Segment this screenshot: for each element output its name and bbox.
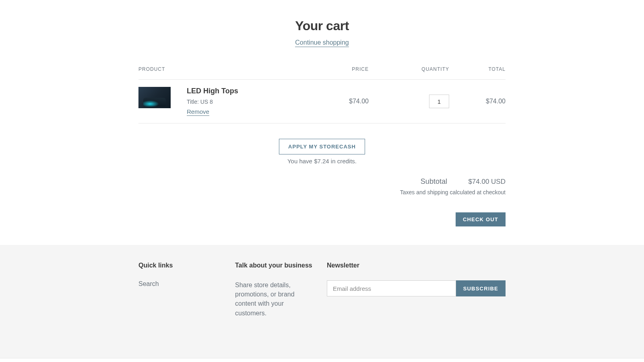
quick-links-heading: Quick links: [138, 262, 235, 269]
item-total: $74.00: [449, 80, 506, 123]
remove-link[interactable]: Remove: [187, 108, 209, 116]
checkout-button[interactable]: CHECK OUT: [456, 212, 506, 226]
business-heading: Talk about your business: [235, 262, 327, 269]
search-link[interactable]: Search: [138, 280, 159, 287]
column-total: TOTAL: [449, 66, 506, 80]
tax-shipping-note: Taxes and shipping calculated at checkou…: [138, 189, 506, 195]
newsletter-heading: Newsletter: [327, 262, 506, 269]
product-image[interactable]: [138, 87, 171, 108]
product-variant: Title: US 8: [187, 99, 238, 105]
quantity-input[interactable]: [429, 95, 449, 108]
page-title: Your cart: [138, 19, 506, 33]
email-input[interactable]: [327, 280, 456, 296]
subscribe-button[interactable]: SUBSCRIBE: [456, 280, 506, 296]
subtotal-value: $74.00 USD: [468, 178, 506, 185]
business-text: Share store details, promotions, or bran…: [235, 280, 316, 318]
column-quantity: QUANTITY: [369, 66, 449, 80]
apply-storecash-button[interactable]: APPLY MY STORECASH: [279, 139, 365, 154]
column-price: PRICE: [312, 66, 369, 80]
subtotal-label: Subtotal: [421, 177, 447, 185]
storecash-credit-note: You have $7.24 in credits.: [138, 158, 506, 165]
cart-table: PRODUCT PRICE QUANTITY TOTAL LED High To…: [138, 66, 506, 123]
column-product: PRODUCT: [138, 66, 312, 80]
item-price: $74.00: [312, 80, 369, 123]
cart-row: LED High Tops Title: US 8 Remove $74.00 …: [138, 80, 506, 123]
continue-shopping-link[interactable]: Continue shopping: [295, 39, 349, 47]
product-name[interactable]: LED High Tops: [187, 87, 238, 95]
